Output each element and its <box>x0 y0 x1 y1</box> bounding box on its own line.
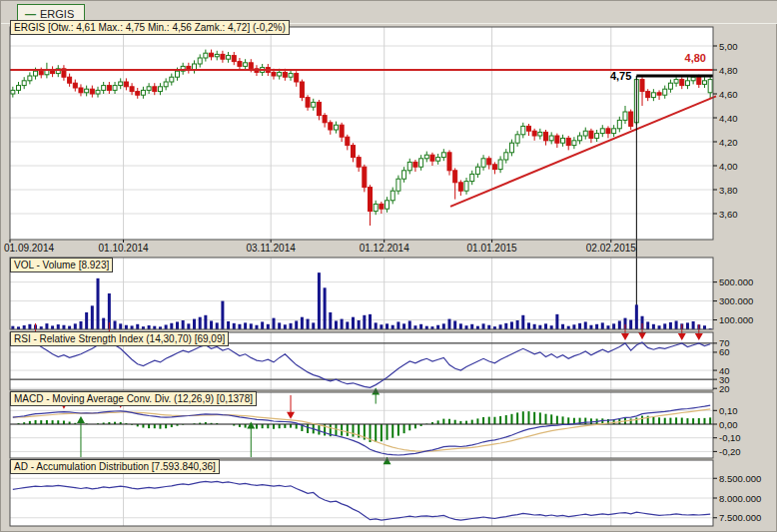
svg-text:8.500.000: 8.500.000 <box>719 473 761 484</box>
svg-text:03.11.2014: 03.11.2014 <box>247 243 297 254</box>
rsi-panel-header: RSI - Relative Strength Index (14,30,70)… <box>10 331 229 346</box>
svg-text:4,80: 4,80 <box>719 65 738 76</box>
svg-text:5,00: 5,00 <box>719 41 738 52</box>
price-panel-header: ERGIS [Otw.: 4,61 Max.: 4,75 Min.: 4,56 … <box>10 20 290 35</box>
svg-text:-0,10: -0,10 <box>719 432 741 443</box>
chart-canvas[interactable]: 4,804,755,004,804,604,404,204,003,803,60… <box>1 1 777 532</box>
svg-text:02.02.2015: 02.02.2015 <box>586 243 636 254</box>
vol-plot-area <box>10 258 713 329</box>
svg-text:01.12.2014: 01.12.2014 <box>360 243 409 254</box>
svg-text:4,00: 4,00 <box>719 161 738 172</box>
svg-text:01.09.2014: 01.09.2014 <box>4 243 54 254</box>
svg-text:-0,20: -0,20 <box>719 446 741 457</box>
svg-text:0,00: 0,00 <box>719 419 738 430</box>
volume-panel-header: VOL - Volume [8.923] <box>10 258 113 272</box>
ad-panel-header: AD - Accumulation Distribution [7.593.84… <box>10 459 220 474</box>
svg-text:0,10: 0,10 <box>719 405 738 416</box>
svg-text:7.500.000: 7.500.000 <box>719 512 761 523</box>
svg-text:300.000: 300.000 <box>719 295 753 306</box>
svg-text:01.01.2015: 01.01.2015 <box>467 243 517 254</box>
svg-text:8.000.000: 8.000.000 <box>719 493 761 504</box>
svg-text:3,80: 3,80 <box>719 185 738 196</box>
svg-text:4,40: 4,40 <box>719 113 738 124</box>
svg-text:4,20: 4,20 <box>719 137 738 148</box>
svg-text:01.10.2014: 01.10.2014 <box>99 243 149 254</box>
svg-text:4,60: 4,60 <box>719 89 738 100</box>
macd-panel-header: MACD - Moving Average Conv. Div. (12,26,… <box>10 391 257 406</box>
svg-text:4,75: 4,75 <box>610 70 631 82</box>
svg-text:500.000: 500.000 <box>719 276 753 287</box>
chart-window: — ERGIS 4,804,755,004,804,604,404,204,00… <box>0 0 777 532</box>
svg-text:100.000: 100.000 <box>719 314 753 325</box>
svg-text:20: 20 <box>719 383 730 394</box>
svg-text:60: 60 <box>719 346 730 357</box>
svg-text:3,60: 3,60 <box>719 209 738 220</box>
svg-text:4,80: 4,80 <box>685 52 706 64</box>
